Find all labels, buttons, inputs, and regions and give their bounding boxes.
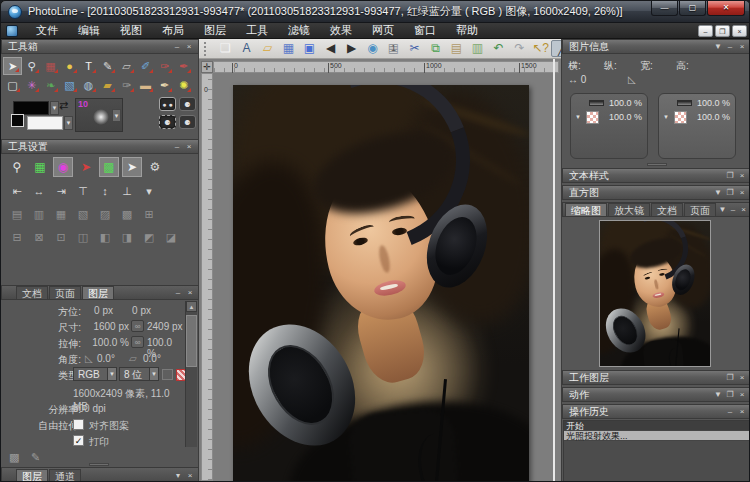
doc-panel-tab[interactable]: 文档 [16,286,48,299]
toolbar-grip[interactable] [204,42,208,56]
bottom-panel-close-button[interactable]: × [184,469,196,482]
background-color-dropdown[interactable]: ▼ [64,116,73,130]
back-icon[interactable]: ◀ [320,40,341,57]
thumbnail-tab[interactable]: 放大镜 [608,203,650,216]
thumbnail-more-button[interactable]: ▼ [717,203,728,216]
brush-tool[interactable]: ✑ [155,57,174,75]
zoom-tool[interactable]: ⚲ [22,57,41,75]
working-layer-maximize-button[interactable]: ❐ [724,371,736,384]
doc-panel-minimize-button[interactable]: – [172,286,184,299]
portrait-image[interactable] [233,85,529,482]
foreground-color-swatch[interactable] [13,101,49,115]
menu-item[interactable]: 工具 [236,23,278,38]
history-item[interactable]: 开始 [564,421,749,431]
menu-item[interactable]: 帮助 [446,23,488,38]
background-color-swatch[interactable] [27,116,63,130]
new-template-icon[interactable]: A [236,40,257,57]
tool-settings-close-button[interactable]: × [183,140,195,153]
redo-icon[interactable]: ↷ [509,40,530,57]
panel-splitter[interactable] [89,463,109,466]
point-mode-icon[interactable]: ◉ [53,157,73,177]
distribute-icon[interactable]: ▦ [51,206,71,222]
menu-item[interactable]: 图层 [194,23,236,38]
brush-preview[interactable]: 10 ▼ [75,98,123,132]
swap-colors-icon[interactable]: ⇄ [59,99,68,112]
effect-tool[interactable]: ✺ [174,76,193,94]
image-info-close-button[interactable]: × [736,40,748,53]
copy-icon[interactable]: ⧉ [425,40,446,57]
doc-close-button[interactable]: × [732,25,747,37]
quill-tool[interactable]: ✒ [155,76,174,94]
history-minimize-button[interactable]: – [724,405,736,418]
type-checkbox[interactable] [162,369,173,380]
gradient-tool[interactable]: ▧ [60,76,79,94]
default-colors-swatch[interactable] [11,114,24,127]
align-pattern-checkbox[interactable] [73,419,84,430]
actions-more-button[interactable]: ▼ [712,388,724,401]
histogram-close-button[interactable]: × [736,186,748,199]
delete-icon[interactable]: ▩ [9,451,19,464]
close-button[interactable]: ✕ [707,1,745,16]
distribute-icon[interactable]: ▥ [29,206,49,222]
align-top-icon[interactable]: ⊤ [73,183,93,199]
menu-item[interactable]: 窗口 [404,23,446,38]
paste-icon[interactable]: ▤ [446,40,467,57]
minimize-button[interactable]: — [651,1,678,16]
doc-minimize-button[interactable]: – [698,25,713,37]
context-help-icon[interactable]: ↖? [530,40,551,57]
menu-item[interactable]: 文件 [26,23,68,38]
text-tool[interactable]: T [79,57,98,75]
chalk-tool[interactable]: ▬ [136,76,155,94]
pattern-tool[interactable]: ▦ [41,57,60,75]
preview-icon[interactable]: ◉ [362,40,383,57]
align-center-h-icon[interactable]: ↔ [29,183,49,199]
raster-mode-icon[interactable]: ▩ [99,157,119,177]
foreground-color-dropdown[interactable]: ▼ [50,101,59,115]
undo-icon[interactable]: ↶ [488,40,509,57]
distribute-icon[interactable]: ◨ [117,229,137,245]
image-info-minimize-button[interactable]: – [724,40,736,53]
select-arrow-tool[interactable]: ➤ [3,57,22,75]
menu-item[interactable]: 网页 [362,23,404,38]
distribute-icon[interactable]: ⊟ [7,229,27,245]
thumbnail-tab[interactable]: 文档 [651,203,683,216]
layer-opacity-box-2[interactable]: 100.0 % ▼ 100.0 % [658,93,736,159]
scroll-up-button[interactable]: ▲ [186,301,197,312]
airbrush-tool[interactable]: ◍ [79,76,98,94]
gear-icon[interactable]: ⚙ [145,157,165,177]
history-close-button[interactable]: × [736,405,748,418]
histogram-maximize-button[interactable]: ❐ [724,186,736,199]
align-middle-v-icon[interactable]: ↕ [95,183,115,199]
cut-icon[interactable]: ✂ [404,40,425,57]
distribute-icon[interactable]: ▩ [117,206,137,222]
new-document-icon[interactable]: ❏ [215,40,236,57]
shape-tool[interactable]: ● [60,57,79,75]
distribute-icon[interactable]: ⊡ [51,229,71,245]
text-style-maximize-button[interactable]: ❐ [724,169,736,182]
distribute-icon[interactable]: ▤ [7,206,27,222]
doc-panel-tab[interactable]: 图层 [82,286,114,299]
menu-item[interactable]: 布局 [152,23,194,38]
text-style-close-button[interactable]: × [736,169,748,182]
color-mode-select[interactable]: RGB▼ [73,367,117,381]
distribute-icon[interactable]: ▨ [95,206,115,222]
stamp-tool[interactable]: ▰ [98,76,117,94]
bottom-panel-more-button[interactable]: ▾ [172,469,184,482]
thumbnail-close-button[interactable]: × [738,203,749,216]
eyedropper-tool[interactable]: ✐ [136,57,155,75]
size-link-button[interactable]: ∞ [131,320,144,332]
distribute-icon[interactable]: ⊠ [29,229,49,245]
cursor-mode-icon[interactable]: ➤ [122,157,142,177]
forward-icon[interactable]: ▶ [341,40,362,57]
layer-cat-toggle[interactable]: ⚈ [179,115,196,129]
toolbox-minimize-button[interactable]: – [171,40,183,53]
menu-item[interactable]: 效果 [320,23,362,38]
thumbnail-tab[interactable]: 缩略图 [565,203,607,216]
thumbnail-preview[interactable] [599,220,711,367]
marquee-select-tool[interactable]: ▢ [3,76,22,94]
save-icon[interactable]: ▣ [299,40,320,57]
doc-restore-button[interactable]: ❐ [715,25,730,37]
grid-mode-icon[interactable]: ▦ [30,157,50,177]
canvas-area[interactable]: ✛ 050010001500 0 [199,59,561,482]
bottom-panel-tab[interactable]: 图层 [16,469,48,482]
